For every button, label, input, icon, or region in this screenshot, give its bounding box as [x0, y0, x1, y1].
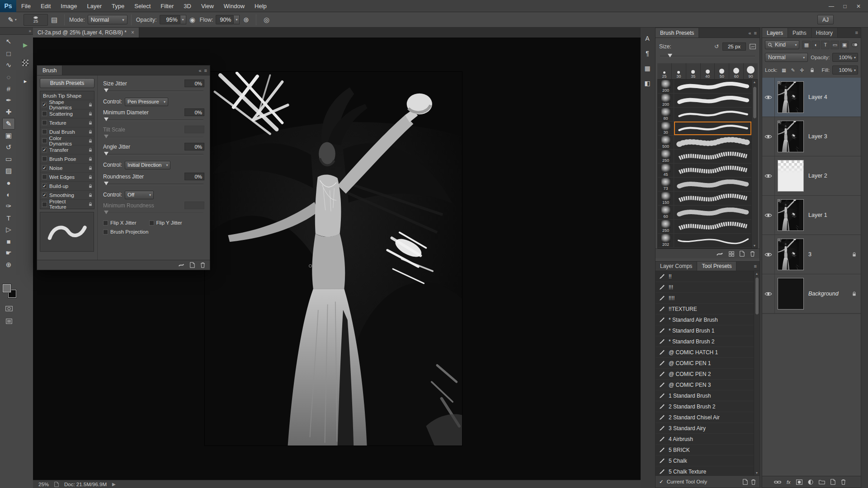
brush-preset-row[interactable]: 250 [658, 150, 757, 164]
brush-preset-row[interactable]: 60 [658, 206, 757, 220]
layer-thumbnail[interactable] [778, 239, 804, 270]
brush-option-row[interactable]: Brush Pose [40, 155, 94, 164]
tab-brush-presets[interactable]: Brush Presets [656, 28, 699, 38]
option-lock-icon[interactable] [89, 166, 92, 170]
round-brush-preset[interactable]: 90 [744, 63, 758, 79]
opacity-dropdown[interactable]: ▾ [180, 15, 186, 24]
pressure-size-icon[interactable]: ◎ [261, 14, 272, 25]
size-jitter-slider[interactable] [104, 88, 203, 94]
flip-x-checkbox[interactable] [103, 221, 108, 225]
option-lock-icon[interactable] [89, 112, 92, 116]
menu-item[interactable]: Type [107, 0, 129, 12]
blend-mode-select[interactable]: Normal ▾ [88, 15, 127, 24]
shape-tool[interactable]: ■ [2, 235, 15, 247]
menu-item[interactable]: Help [250, 0, 272, 12]
brush-option-row[interactable]: Protect Texture [40, 200, 94, 209]
lock-preview-icon[interactable] [178, 263, 184, 267]
round-brush-preset[interactable]: 60 [729, 63, 743, 79]
hand-tool[interactable]: ☛ [2, 247, 15, 259]
round-brush-preset[interactable]: 50 [715, 63, 729, 79]
tool-preset-item[interactable]: * Standard Brush 1 [656, 325, 760, 336]
eyedropper-tool[interactable]: ✒ [2, 94, 15, 106]
layer-visibility-toggle[interactable] [762, 274, 775, 313]
close-tab-icon[interactable]: × [131, 29, 134, 36]
scrollbar-thumb[interactable] [753, 86, 757, 119]
option-lock-icon[interactable] [89, 184, 92, 188]
brush-option-row[interactable]: ✓ Smoothing [40, 191, 94, 200]
clone-stamp-tool[interactable]: ▣ [2, 130, 15, 141]
status-menu-arrow-icon[interactable]: ▶ [112, 482, 116, 487]
brush-preset-row[interactable]: 202 [658, 234, 757, 248]
marquee-tool[interactable]: □ [2, 47, 15, 59]
layer-visibility-toggle[interactable] [762, 235, 775, 274]
path-selection-tool[interactable]: ▷ [2, 224, 15, 235]
brush-tool[interactable]: ✎ [2, 118, 15, 130]
collapse-panel-icon[interactable]: « [748, 30, 751, 36]
tool-preset-item[interactable]: 1 Standard Brush [656, 390, 760, 401]
adjustment-layer-icon[interactable] [808, 479, 813, 485]
brush-preset-picker[interactable]: 25 [24, 14, 48, 26]
eraser-tool[interactable]: ▭ [2, 153, 15, 165]
filter-kind-select[interactable]: Kind ▾ [765, 40, 799, 49]
tab-tool-presets[interactable]: Tool Presets [697, 262, 736, 271]
new-group-icon[interactable] [819, 479, 825, 484]
history-brush-tool[interactable]: ↺ [2, 141, 15, 153]
roundness-control-select[interactable]: Off ▾ [125, 191, 154, 199]
layer-row[interactable]: Background [762, 274, 861, 314]
tool-preset-item[interactable]: 2 Standard Chisel Air [656, 412, 760, 423]
layers-tab[interactable]: Paths [788, 28, 811, 38]
panel-menu-icon[interactable]: ≡ [754, 263, 757, 269]
angle-jitter-field[interactable]: 0% [184, 143, 204, 150]
new-tool-preset-icon[interactable] [743, 479, 748, 485]
layer-visibility-toggle[interactable] [762, 78, 775, 117]
layer-name[interactable]: Layer 4 [808, 94, 852, 100]
menu-item[interactable]: Window [219, 0, 250, 12]
info-panel-icon[interactable]: ▦ [642, 62, 653, 74]
tool-preset-item[interactable]: 5 Chalk Texture [656, 466, 760, 475]
menu-item[interactable]: Filter [156, 0, 179, 12]
brush-option-row[interactable]: Scattering [40, 109, 94, 118]
layer-visibility-toggle[interactable] [762, 117, 775, 156]
option-lock-icon[interactable] [89, 139, 92, 143]
round-brush-preset[interactable]: 30 [672, 63, 686, 79]
brush-preset-row[interactable]: 500 [658, 136, 757, 150]
current-tool-only-checkbox[interactable]: ✓ [659, 479, 664, 485]
tool-preset-item[interactable]: 2 Standard Brush 2 [656, 401, 760, 412]
smart-object-filter-icon[interactable]: ▣ [840, 41, 849, 49]
layers-tab[interactable]: History [811, 28, 838, 38]
lock-position-icon[interactable]: ✢ [798, 66, 806, 74]
brush-option-row[interactable]: Texture [40, 118, 94, 127]
opacity-field[interactable]: 95% [160, 15, 180, 24]
layer-opacity-field[interactable]: 100% ▾ [832, 53, 858, 62]
menu-item[interactable]: Layer [82, 0, 107, 12]
round-brush-preset[interactable]: 25 [657, 63, 671, 79]
min-diameter-field[interactable]: 0% [184, 108, 204, 116]
layer-name[interactable]: Layer 2 [808, 173, 852, 179]
layer-name[interactable]: Background [808, 291, 852, 297]
link-layers-icon[interactable] [774, 480, 781, 484]
quick-selection-tool[interactable]: ◌ [2, 71, 15, 83]
layer-thumbnail[interactable] [778, 81, 804, 113]
layer-row[interactable]: Layer 1 [762, 196, 861, 235]
collapse-panel-icon[interactable]: « [198, 68, 201, 73]
option-lock-icon[interactable] [89, 202, 92, 206]
tool-preset-item[interactable]: 4 Airbrush [656, 434, 760, 445]
layer-visibility-toggle[interactable] [762, 156, 775, 195]
option-lock-icon[interactable] [89, 157, 92, 161]
delete-brush-icon[interactable] [750, 251, 755, 257]
doc-size-info[interactable]: Doc: 21.5M/96.9M [64, 482, 107, 487]
tool-preset-item[interactable]: 5 Chalk [656, 455, 760, 466]
option-checkbox[interactable] [42, 120, 47, 125]
delete-tool-preset-icon[interactable] [751, 479, 756, 485]
layer-thumbnail[interactable] [778, 199, 804, 231]
layer-name[interactable]: Layer 1 [808, 212, 852, 218]
panel-menu-icon[interactable]: ≡ [855, 30, 858, 35]
brush-preset-row[interactable]: 45 [658, 164, 757, 178]
zoom-level-field[interactable]: 25% [38, 482, 49, 487]
new-brush-icon[interactable] [740, 251, 745, 257]
document-tab[interactable]: CI-2a.psd @ 25% (Layer 4, RGB/8) * × [33, 28, 139, 38]
flow-field[interactable]: 90% [216, 15, 234, 24]
preset-view-grid-icon[interactable] [729, 251, 734, 257]
tool-preset-item[interactable]: @ COMIC HATCH 1 [656, 347, 760, 358]
scroll-up-icon[interactable]: ▲ [753, 80, 756, 84]
